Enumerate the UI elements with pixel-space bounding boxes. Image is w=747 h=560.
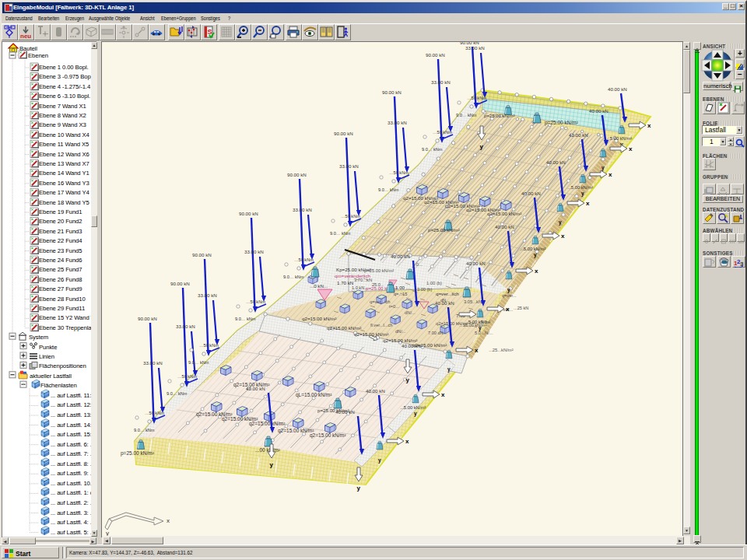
svg-text:7.00 dN...: 7.00 dN...: [428, 331, 447, 335]
svg-text:Ebene 27 Fund9: Ebene 27 Fund9: [39, 285, 82, 292]
svg-text:Ebene 9 Wand X3: Ebene 9 Wand X3: [39, 121, 86, 128]
svg-text:y: y: [559, 219, 562, 226]
svg-text:neu: neu: [20, 33, 31, 40]
svg-text:q=ver...ich: q=ver...ich: [370, 299, 391, 304]
svg-text:... auf Lastfl. 9: ...: ... auf Lastfl. 9: ...: [51, 470, 91, 477]
svg-text:y: y: [356, 485, 360, 492]
svg-text:y: y: [507, 287, 510, 293]
svg-text:y: y: [269, 461, 273, 468]
svg-text:... auf Lastfl. 4: ...: ... auf Lastfl. 4: ...: [51, 519, 91, 526]
svg-text:90.00 kN: 90.00 kN: [192, 252, 212, 257]
svg-text:1.00 (b): 1.00 (b): [426, 281, 442, 285]
svg-text:…50 kNm: …50 kNm: [177, 374, 197, 379]
svg-text:...5.00 kN/m²: ...5.00 kN/m²: [400, 405, 426, 410]
svg-text:y: y: [479, 143, 483, 150]
svg-text:x: x: [561, 233, 565, 240]
svg-text:... auf Lastfl. 7: ...: ... auf Lastfl. 7: ...: [51, 450, 91, 457]
svg-text:q2=15.00 kN/m²: q2=15.00 kN/m²: [310, 432, 346, 439]
svg-text:5.0...N/...: 5.0...N/...: [475, 331, 493, 335]
svg-text:Ebene 6 -3.10 Bopl.: Ebene 6 -3.10 Bopl.: [39, 93, 90, 100]
svg-text:Ebene 8 Wand X2: Ebene 8 Wand X2: [39, 112, 86, 119]
svg-text:…50 kNm: …50 kNm: [433, 130, 452, 135]
svg-text:Ebene 18 Wand Y5: Ebene 18 Wand Y5: [39, 199, 89, 206]
svg-text:90.00 kN: 90.00 kN: [426, 52, 445, 58]
svg-text:40.00 kN: 40.00 kN: [546, 159, 566, 165]
svg-text:p=25.00 kN/m²: p=25.00 kN/m²: [484, 114, 515, 118]
svg-text:Ebene 14 Wand Y1: Ebene 14 Wand Y1: [39, 170, 89, 177]
svg-text:9.0… kNm: 9.0… kNm: [378, 187, 399, 192]
svg-text:dN/...: dN/...: [405, 310, 416, 315]
svg-text:90.00 kN: 90.00 kN: [138, 316, 157, 321]
svg-text:40.00 kN: 40.00 kN: [466, 261, 486, 266]
svg-text:40.00 kN: 40.00 kN: [335, 409, 355, 415]
svg-text:Ebene 1 0.00 Bopl.: Ebene 1 0.00 Bopl.: [39, 64, 89, 71]
svg-text:9.0… kNm: 9.0… kNm: [283, 275, 304, 279]
svg-text:... auf Lastfl. 2: ...: ... auf Lastfl. 2: ...: [51, 499, 91, 506]
svg-text:y: y: [405, 376, 409, 383]
svg-text:1.70 kN: 1.70 kN: [337, 280, 353, 285]
svg-text:Ebene 4 -1.275/-1.4: Ebene 4 -1.275/-1.4: [39, 83, 91, 90]
svg-text:x: x: [629, 145, 633, 152]
svg-text:x: x: [475, 347, 479, 354]
svg-text:90.00 kN: 90.00 kN: [239, 211, 258, 216]
svg-text:Ebene 30 Treppenla: Ebene 30 Treppenla: [39, 324, 91, 331]
svg-text:y: y: [479, 325, 482, 331]
svg-text:…50 kNm: …50 kNm: [246, 299, 265, 304]
svg-text:1.00 ...: 1.00 ...: [395, 285, 410, 290]
svg-text:aktueller Lastfall: aktueller Lastfall: [30, 373, 72, 380]
svg-text:…50 kNm: …50 kNm: [145, 411, 164, 415]
svg-text:90.00 kN: 90.00 kN: [334, 131, 353, 136]
svg-text:25.0...: 25.0...: [372, 282, 384, 287]
svg-text:x: x: [405, 438, 409, 445]
svg-text:Ebene 20 Fund2: Ebene 20 Fund2: [39, 218, 82, 225]
svg-text:... auf Lastfl. 10...: ... auf Lastfl. 10...: [51, 480, 91, 487]
svg-text:1.0 kN...: 1.0 kN...: [352, 285, 368, 290]
svg-text:p=25.00 kN/m²: p=25.00 kN/m²: [364, 268, 394, 273]
svg-text:...0 kN...: ...0 kN...: [310, 283, 328, 289]
svg-text:33.00 kN: 33.00 kN: [244, 249, 264, 254]
svg-text:q=ver...lich: q=ver...lich: [436, 291, 459, 296]
svg-text:fl.ver...l...ch: fl.ver...l...ch: [370, 323, 392, 327]
svg-text:x: x: [586, 200, 590, 207]
svg-text:... auf Lastfl. 11:: ... auf Lastfl. 11:: [51, 392, 91, 399]
svg-text:...5.00 kN/m²: ...5.00 kN/m²: [567, 185, 593, 190]
svg-text:Ebene 19 Fund1: Ebene 19 Fund1: [39, 208, 82, 215]
svg-text:...5.00 kN/m²: ...5.00 kN/m²: [520, 247, 545, 251]
svg-text:S: S: [208, 28, 212, 36]
svg-text:... auf Lastfl. 14:: ... auf Lastfl. 14:: [51, 422, 91, 429]
svg-text:3.70...kN: 3.70...kN: [354, 278, 372, 282]
svg-text:... auf Lastfl. 13:: ... auf Lastfl. 13:: [51, 411, 91, 418]
svg-text:p=25.00 kN/m²: p=25.00 kN/m²: [428, 227, 460, 233]
svg-text:90.00 kN: 90.00 kN: [287, 172, 307, 177]
svg-text:Ebene 22 Fund4: Ebene 22 Fund4: [39, 237, 82, 244]
svg-text:9.0… kNm: 9.0… kNm: [134, 428, 155, 432]
svg-text:Punkte: Punkte: [39, 344, 57, 351]
svg-text:33.00 kN: 33.00 kN: [176, 324, 195, 329]
svg-text:Ebene 12 Wand X6: Ebene 12 Wand X6: [39, 151, 89, 158]
svg-text:q2=15.00 kN/m²: q2=15.00 kN/m²: [249, 421, 286, 427]
svg-text:x: x: [608, 171, 612, 178]
svg-text:p=25.00 kN/m²: p=25.00 kN/m²: [545, 120, 579, 126]
svg-text:40.00 kN: 40.00 kN: [402, 343, 421, 348]
svg-text:…50 kNm: …50 kNm: [294, 257, 314, 262]
svg-text:9.0… kNm: 9.0… kNm: [456, 113, 477, 117]
svg-text:...5.00 kN/m²: ...5.00 kN/m²: [606, 136, 632, 141]
svg-text:33.00 kN: 33.00 kN: [143, 360, 163, 366]
svg-text:...5.00 kN/m²: ...5.00 kN/m²: [465, 320, 490, 324]
svg-text:…50 kNm: …50 kNm: [199, 343, 219, 348]
svg-text:3.00 (b): 3.00 (b): [417, 287, 432, 292]
svg-text:90.00 kN: 90.00 kN: [170, 281, 190, 286]
svg-text:40.00 kN: 40.00 kN: [246, 386, 265, 391]
svg-text:...25...kN/m²: ...25...kN/m²: [489, 348, 514, 352]
svg-text:9.0… kNm: 9.0… kNm: [188, 360, 209, 365]
svg-text:... auf Lastfl. 15:: ... auf Lastfl. 15:: [51, 431, 91, 438]
svg-text:9.0… kNm: 9.0… kNm: [235, 317, 256, 321]
svg-text:x: x: [167, 517, 170, 524]
svg-text:40.00 kN: 40.00 kN: [366, 388, 385, 394]
svg-text:... auf Lastfl. 5: ...: ... auf Lastfl. 5: ...: [51, 529, 91, 536]
svg-text:y: y: [534, 252, 537, 258]
svg-text:33.00 kN: 33.00 kN: [293, 207, 312, 212]
svg-text:x: x: [506, 306, 510, 313]
svg-text:Ebene 10 Wand X4: Ebene 10 Wand X4: [39, 131, 90, 138]
svg-text:Ebene 24 Fund6: Ebene 24 Fund6: [39, 257, 82, 264]
